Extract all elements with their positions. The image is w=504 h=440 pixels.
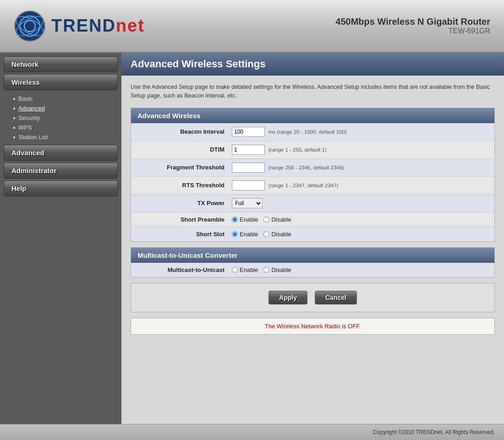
label-rts-threshold: RTS Threshold <box>131 182 232 189</box>
sidebar-item-station-list[interactable]: ● Station List <box>9 132 121 142</box>
sidebar-btn-wireless[interactable]: Wireless <box>4 74 118 90</box>
multicast-body: Multicast-to-Unicast Enable Disable <box>131 263 494 277</box>
advanced-wireless-body: Beacon Interval ms (range 20 - 1000, def… <box>131 123 494 241</box>
row-tx-power: TX Power Full Half Quarter Eighth Min <box>131 195 494 212</box>
advanced-wireless-card: Advanced Wireless Beacon Interval ms (ra… <box>131 108 495 242</box>
main-layout: Network Wireless ● Basic ● Advanced ● Se… <box>0 53 504 424</box>
control-beacon-interval: ms (range 20 - 1000, default 100) <box>232 127 494 137</box>
label-short-slot: Short Slot <box>131 231 232 238</box>
logo-net: net <box>116 16 145 35</box>
status-message: The Wireless Network Radio is OFF. <box>265 323 361 330</box>
row-rts-threshold: RTS Threshold (range 1 - 2347, default 2… <box>131 177 494 195</box>
row-fragment-threshold: Fragment Threshold (range 256 - 2346, de… <box>131 159 494 177</box>
bullet-security: ● <box>13 115 16 120</box>
header: TRENDnet 450Mbps Wireless N Gigabit Rout… <box>0 0 504 53</box>
bullet-advanced: ● <box>13 106 16 111</box>
sidebar-item-wps[interactable]: ● WPS <box>9 123 121 132</box>
control-multicast: Enable Disable <box>232 266 494 273</box>
input-rts-threshold[interactable] <box>232 180 265 190</box>
copyright-text: Copyright ©2010 TRENDnet. All Rights Res… <box>373 429 495 435</box>
link-wps[interactable]: WPS <box>18 124 32 131</box>
radio-slot-disable[interactable]: Disable <box>263 231 291 238</box>
radio-preamble-disable[interactable]: Disable <box>263 216 291 223</box>
sidebar-btn-help[interactable]: Help <box>4 180 118 196</box>
control-dtim: (range 1 - 255, default 1) <box>232 145 494 155</box>
hint-dtim: (range 1 - 255, default 1) <box>268 147 327 152</box>
label-short-preamble: Short Preamble <box>131 216 232 223</box>
label-fragment-threshold: Fragment Threshold <box>131 164 232 171</box>
sidebar-btn-advanced[interactable]: Advanced <box>4 145 118 161</box>
apply-button[interactable]: Apply <box>268 291 307 304</box>
content-area: Advanced Wireless Settings Use the Advan… <box>121 53 504 424</box>
radio-slot-enable[interactable]: Enable <box>232 231 258 238</box>
cancel-button[interactable]: Cancel <box>315 291 357 304</box>
radio-group-short-slot: Enable Disable <box>232 231 291 238</box>
control-fragment-threshold: (range 256 - 2346, default 2346) <box>232 163 494 173</box>
hint-beacon-interval: ms (range 20 - 1000, default 100) <box>268 129 347 135</box>
trendnet-logo-icon <box>14 10 46 42</box>
bullet-wps: ● <box>13 125 16 130</box>
page-description: Use the Advanced Setup page to make deta… <box>131 83 495 100</box>
radio-group-short-preamble: Enable Disable <box>232 216 291 223</box>
control-short-preamble: Enable Disable <box>232 216 494 223</box>
logo-text: TRENDnet <box>51 16 145 36</box>
sidebar-item-advanced[interactable]: ● Advanced <box>9 103 121 113</box>
radio-multicast-disable-input[interactable] <box>263 267 269 273</box>
label-multicast: Multicast-to-Unicast <box>131 266 232 273</box>
label-dtim: DTIM <box>131 146 232 153</box>
label-beacon-interval: Beacon Interval <box>131 128 232 135</box>
sidebar-section-advanced: Advanced <box>0 145 121 161</box>
row-beacon-interval: Beacon Interval ms (range 20 - 1000, def… <box>131 123 494 141</box>
input-fragment-threshold[interactable] <box>232 163 265 173</box>
status-bar: The Wireless Network Radio is OFF. <box>131 318 495 335</box>
row-short-preamble: Short Preamble Enable Disable <box>131 212 494 227</box>
sidebar-section-wireless: Wireless ● Basic ● Advanced ● Security ●… <box>0 74 121 144</box>
bullet-basic: ● <box>13 96 16 101</box>
device-sku: TEW-691GR <box>335 27 490 35</box>
radio-multicast-disable[interactable]: Disable <box>263 266 291 273</box>
logo-area: TRENDnet <box>14 10 145 42</box>
advanced-wireless-header: Advanced Wireless <box>131 108 494 123</box>
buttons-row: Apply Cancel <box>131 283 495 312</box>
radio-preamble-disable-input[interactable] <box>263 217 269 223</box>
link-station-list[interactable]: Station List <box>18 134 48 141</box>
footer: Copyright ©2010 TRENDnet. All Rights Res… <box>0 424 504 440</box>
control-tx-power: Full Half Quarter Eighth Min <box>232 198 494 208</box>
label-tx-power: TX Power <box>131 200 232 206</box>
radio-multicast-enable-input[interactable] <box>232 267 238 273</box>
hint-fragment-threshold: (range 256 - 2346, default 2346) <box>268 165 344 170</box>
radio-multicast-enable[interactable]: Enable <box>232 266 258 273</box>
control-short-slot: Enable Disable <box>232 231 494 238</box>
multicast-card: Multicast-to-Unicast Converter Multicast… <box>131 247 495 277</box>
sidebar-item-basic[interactable]: ● Basic <box>9 94 121 103</box>
control-rts-threshold: (range 1 - 2347, default 2347) <box>232 180 494 190</box>
link-security[interactable]: Security <box>18 114 40 121</box>
row-multicast: Multicast-to-Unicast Enable Disable <box>131 263 494 277</box>
select-tx-power[interactable]: Full Half Quarter Eighth Min <box>232 198 263 208</box>
sidebar-section-help: Help <box>0 180 121 196</box>
hint-rts-threshold: (range 1 - 2347, default 2347) <box>268 183 338 188</box>
radio-preamble-enable[interactable]: Enable <box>232 216 258 223</box>
radio-slot-enable-input[interactable] <box>232 231 238 237</box>
bullet-station-list: ● <box>13 135 16 140</box>
sidebar-btn-network[interactable]: Network <box>4 56 118 72</box>
wireless-submenu: ● Basic ● Advanced ● Security ● WPS ● <box>0 92 121 144</box>
radio-preamble-enable-input[interactable] <box>232 217 238 223</box>
multicast-header: Multicast-to-Unicast Converter <box>131 248 494 263</box>
content-inner: Use the Advanced Setup page to make deta… <box>121 76 504 346</box>
sidebar-item-security[interactable]: ● Security <box>9 113 121 123</box>
sidebar-section-network: Network <box>0 56 121 72</box>
input-beacon-interval[interactable] <box>232 127 265 137</box>
radio-slot-disable-input[interactable] <box>263 231 269 237</box>
row-short-slot: Short Slot Enable Disable <box>131 227 494 241</box>
device-info: 450Mbps Wireless N Gigabit Router TEW-69… <box>335 16 490 35</box>
sidebar: Network Wireless ● Basic ● Advanced ● Se… <box>0 53 121 424</box>
link-advanced[interactable]: Advanced <box>18 105 45 112</box>
input-dtim[interactable] <box>232 145 265 155</box>
device-model: 450Mbps Wireless N Gigabit Router <box>335 16 490 27</box>
radio-group-multicast: Enable Disable <box>232 266 291 273</box>
link-basic[interactable]: Basic <box>18 95 33 102</box>
logo-trend: TREND <box>51 16 116 35</box>
sidebar-btn-administrator[interactable]: Administrator <box>4 163 118 179</box>
row-dtim: DTIM (range 1 - 255, default 1) <box>131 141 494 159</box>
